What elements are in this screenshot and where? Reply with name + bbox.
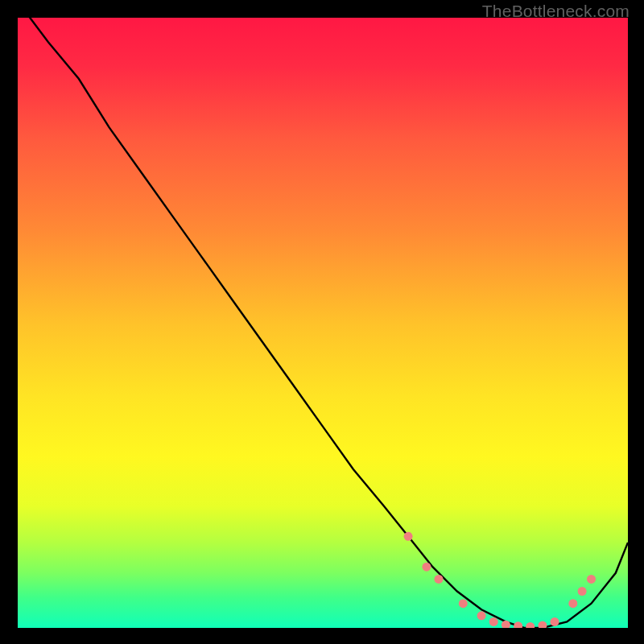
highlight-point <box>489 617 498 626</box>
plot-area <box>18 18 628 628</box>
highlight-point <box>435 575 444 584</box>
highlight-point <box>578 587 587 596</box>
highlight-point <box>477 611 486 620</box>
chart-frame: TheBottleneck.com <box>0 0 644 644</box>
highlight-point <box>587 575 596 584</box>
gradient-background <box>18 18 628 628</box>
bottleneck-chart <box>18 18 628 628</box>
highlight-point <box>404 532 413 541</box>
highlight-point <box>459 599 468 608</box>
watermark-label: TheBottleneck.com <box>482 2 630 21</box>
highlight-point <box>568 599 577 608</box>
highlight-point <box>551 617 559 626</box>
highlight-point <box>422 563 431 572</box>
